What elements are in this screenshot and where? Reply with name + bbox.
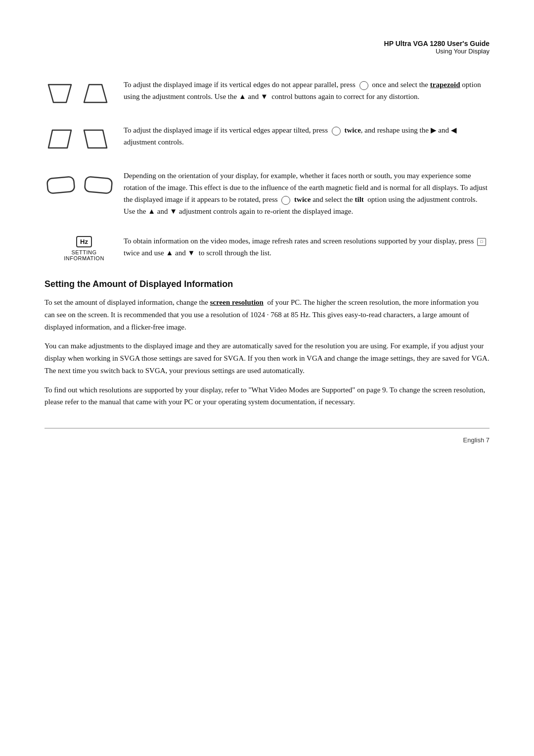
menu-circle-icon-3 (281, 196, 290, 205)
hz-icon: Hz (76, 236, 92, 247)
rotation-icon-1 (44, 172, 77, 197)
trapezoid-icon-2 (80, 81, 111, 106)
menu-circle-icon-2 (332, 127, 341, 136)
header-title: HP Ultra VGA 1280 User's Guide (44, 40, 490, 47)
rotation-icon-2 (82, 172, 115, 197)
section-rotation: Depending on the orientation of your dis… (44, 170, 490, 217)
footer-text: English 7 (44, 436, 490, 444)
setting-info-text: To obtain information on the video modes… (124, 235, 490, 259)
screen-icon: □ (477, 238, 486, 246)
footer-divider (44, 428, 490, 428)
setting-label-1: SETTING INFORMATION (64, 249, 104, 261)
rotation-icons (44, 170, 124, 197)
screen-resolution-bold: screen resolution (210, 298, 264, 306)
svg-rect-1 (85, 177, 112, 194)
parallelogram-icon-2 (80, 126, 111, 152)
trapezoid-icon-1 (44, 81, 75, 106)
svg-rect-0 (47, 177, 75, 194)
header-subtitle: Using Your Display (44, 47, 490, 55)
tilt-icons (44, 124, 124, 152)
section-heading: Setting the Amount of Displayed Informat… (44, 279, 490, 289)
body-para-1: To set the amount of displayed informati… (44, 296, 490, 333)
menu-circle-icon-1 (359, 81, 368, 90)
section-setting-info: Hz SETTING INFORMATION To obtain informa… (44, 235, 490, 261)
tilt-bold: tilt (355, 195, 364, 203)
twice-bold-1: twice (345, 126, 361, 134)
page: HP Ultra VGA 1280 User's Guide Using You… (0, 0, 534, 756)
body-section: To set the amount of displayed informati… (44, 296, 490, 408)
body-para-3: To find out which resolutions are suppor… (44, 384, 490, 409)
tilt-text: To adjust the displayed image if its ver… (124, 124, 490, 148)
parallelogram-icon-1 (44, 126, 75, 152)
setting-icon-col: Hz SETTING INFORMATION (44, 235, 124, 261)
rotation-text: Depending on the orientation of your dis… (124, 170, 490, 217)
body-para-2: You can make adjustments to the displaye… (44, 340, 490, 377)
section-trapezoid: To adjust the displayed image if its ver… (44, 79, 490, 106)
page-header: HP Ultra VGA 1280 User's Guide Using You… (44, 40, 490, 55)
trapezoid-bold: trapezoid (430, 81, 460, 89)
section-tilt: To adjust the displayed image if its ver… (44, 124, 490, 152)
trapezoid-icons (44, 79, 124, 106)
twice-bold-2: twice (294, 195, 311, 203)
trapezoid-text: To adjust the displayed image if its ver… (124, 79, 490, 102)
